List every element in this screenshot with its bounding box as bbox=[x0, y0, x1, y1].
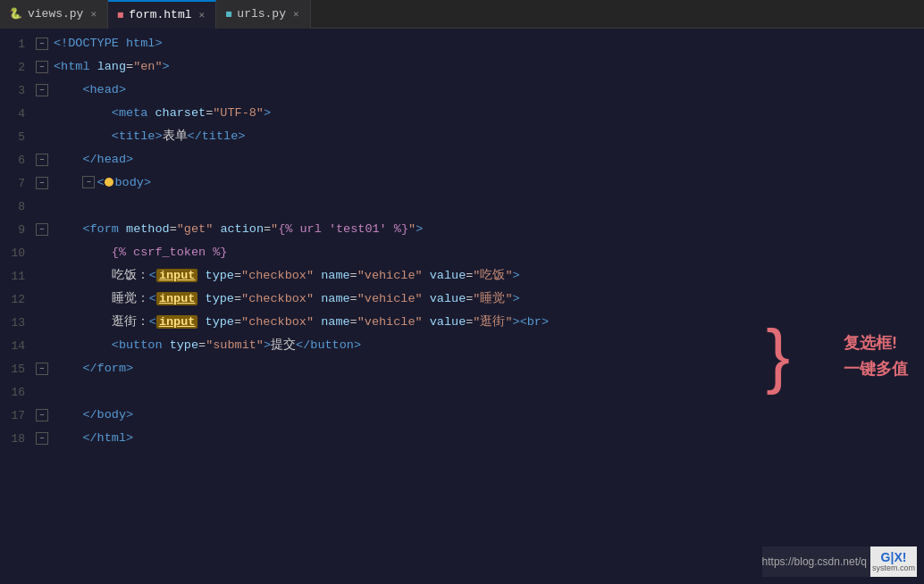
tab-close-form[interactable]: ✕ bbox=[197, 8, 207, 21]
tab-close-views[interactable]: ✕ bbox=[88, 7, 98, 21]
line-content: <meta charset="UTF-8"> bbox=[50, 102, 924, 125]
fold-icon[interactable]: – bbox=[36, 177, 48, 189]
annotation-line1: 复选框! bbox=[844, 334, 897, 352]
logo-top: G|X! bbox=[881, 551, 907, 563]
code-line-1: 1–<!DOCTYPE html> bbox=[0, 32, 924, 55]
code-line-10: 10 {% csrf_token %} bbox=[0, 241, 924, 264]
python2-icon: ◼ bbox=[225, 7, 231, 21]
line-number: 16 bbox=[0, 386, 36, 399]
fold-icon[interactable]: – bbox=[36, 223, 48, 236]
fold-icon[interactable]: – bbox=[36, 38, 48, 50]
tab-form-html[interactable]: ◼ form.html ✕ bbox=[108, 0, 216, 29]
watermark: https://blog.csdn.net/q G|X! system.com bbox=[762, 546, 917, 577]
code-line-12: 12 睡觉：<input type="checkbox" name="vehic… bbox=[0, 288, 924, 311]
fold-icon[interactable]: – bbox=[36, 363, 48, 375]
line-number: 15 bbox=[0, 363, 36, 376]
tab-bar: 🐍 views.py ✕ ◼ form.html ✕ ◼ urls.py ✕ bbox=[0, 0, 924, 29]
line-content: 吃饭：<input type="checkbox" name="vehicle"… bbox=[50, 264, 924, 288]
line-content: </body> bbox=[50, 404, 924, 427]
line-number: 6 bbox=[0, 154, 36, 167]
line-number: 7 bbox=[0, 177, 36, 190]
line-content: </head> bbox=[50, 148, 924, 171]
line-number: 13 bbox=[0, 316, 36, 330]
line-number: 11 bbox=[0, 270, 36, 283]
line-number: 1 bbox=[0, 38, 36, 51]
html-icon: ◼ bbox=[117, 8, 123, 21]
line-content: 逛街：<input type="checkbox" name="vehicle"… bbox=[50, 311, 924, 334]
line-number: 17 bbox=[0, 409, 36, 422]
line-number: 2 bbox=[0, 61, 36, 74]
annotation-brace: } bbox=[766, 320, 790, 391]
line-content: <button type="submit">提交</button> bbox=[50, 334, 924, 357]
line-content: 睡觉：<input type="checkbox" name="vehicle"… bbox=[50, 288, 924, 311]
fold-icon[interactable]: – bbox=[36, 409, 48, 421]
code-line-3: 3– <head> bbox=[0, 79, 924, 102]
line-number: 9 bbox=[0, 223, 36, 237]
code-line-6: 6– </head> bbox=[0, 148, 924, 171]
code-editor: 1–<!DOCTYPE html>2–<html lang="en">3– <h… bbox=[0, 29, 924, 584]
line-content: </html> bbox=[50, 427, 924, 450]
line-number: 14 bbox=[0, 339, 36, 353]
tab-urls-py[interactable]: ◼ urls.py ✕ bbox=[216, 0, 310, 29]
line-number: 18 bbox=[0, 432, 36, 446]
code-line-2: 2–<html lang="en"> bbox=[0, 55, 924, 79]
line-content: </form> bbox=[50, 357, 924, 380]
line-content: –<body> bbox=[50, 171, 924, 195]
watermark-url: https://blog.csdn.net/q bbox=[762, 555, 867, 568]
fold-icon[interactable]: – bbox=[36, 61, 48, 73]
code-line-17: 17– </body> bbox=[0, 404, 924, 427]
code-line-5: 5 <title>表单</title> bbox=[0, 125, 924, 148]
code-lines: 1–<!DOCTYPE html>2–<html lang="en">3– <h… bbox=[0, 29, 924, 584]
logo-sub: system.com bbox=[872, 563, 915, 572]
tab-close-urls[interactable]: ✕ bbox=[291, 7, 301, 21]
line-content: <!DOCTYPE html> bbox=[50, 32, 924, 55]
fold-icon[interactable]: – bbox=[36, 432, 48, 445]
line-content: <html lang="en"> bbox=[50, 55, 924, 79]
line-number: 8 bbox=[0, 200, 36, 213]
tab-views-py[interactable]: 🐍 views.py ✕ bbox=[0, 0, 108, 29]
code-line-9: 9– <form method="get" action="{% url 'te… bbox=[0, 218, 924, 241]
code-line-11: 11 吃饭：<input type="checkbox" name="vehic… bbox=[0, 264, 924, 288]
fold-icon[interactable]: – bbox=[36, 84, 48, 96]
line-number: 12 bbox=[0, 293, 36, 306]
code-line-18: 18– </html> bbox=[0, 427, 924, 450]
watermark-logo: G|X! system.com bbox=[870, 546, 917, 577]
line-number: 3 bbox=[0, 84, 36, 97]
line-number: 5 bbox=[0, 130, 36, 144]
fold-icon[interactable]: – bbox=[82, 176, 95, 188]
line-content: <form method="get" action="{% url 'test0… bbox=[50, 218, 924, 241]
tab-label: views.py bbox=[28, 7, 83, 21]
tab-label: urls.py bbox=[237, 7, 286, 21]
python-icon: 🐍 bbox=[9, 7, 22, 21]
line-content: <title>表单</title> bbox=[50, 125, 924, 148]
fold-icon[interactable]: – bbox=[36, 154, 48, 166]
tab-label: form.html bbox=[129, 8, 191, 21]
code-line-8: 8 bbox=[0, 195, 924, 218]
line-content: <head> bbox=[50, 79, 924, 102]
line-number: 4 bbox=[0, 107, 36, 121]
annotation-label: 复选框! 一键多值 bbox=[844, 330, 908, 382]
code-line-7: 7– –<body> bbox=[0, 171, 924, 195]
annotation-line2: 一键多值 bbox=[844, 360, 908, 378]
line-content: {% csrf_token %} bbox=[50, 241, 924, 264]
code-line-4: 4 <meta charset="UTF-8"> bbox=[0, 102, 924, 125]
line-number: 10 bbox=[0, 246, 36, 260]
